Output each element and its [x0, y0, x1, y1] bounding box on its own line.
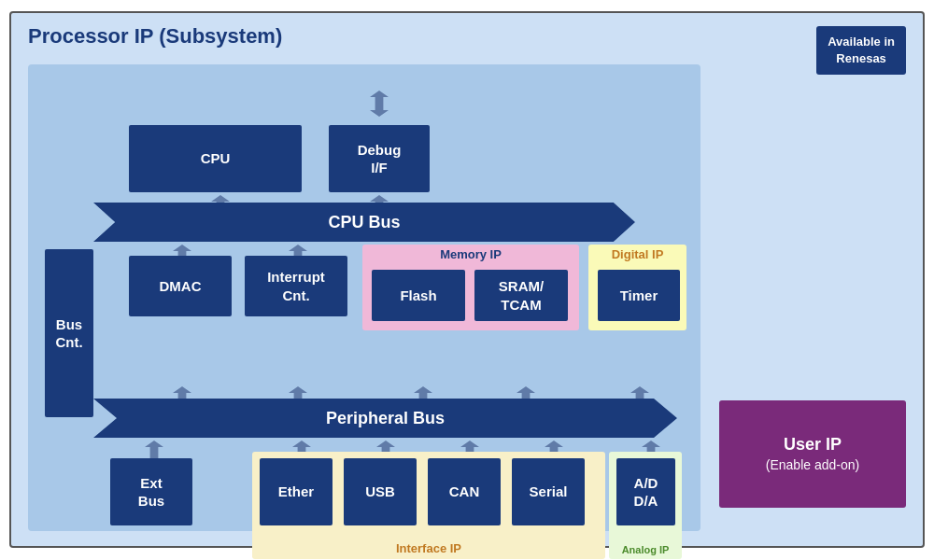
arrow-up-icon: [173, 386, 191, 399]
ad-box: A/D D/A: [616, 458, 675, 525]
bus-cnt-box: Bus Cnt.: [45, 249, 93, 417]
main-diagram: Processor IP (Subsystem) Available in Re…: [9, 11, 925, 548]
flash-box: Flash: [372, 270, 465, 321]
interface-ip-label: Interface IP: [252, 541, 605, 555]
digital-ip-label: Digital IP: [588, 247, 686, 261]
can-box: CAN: [428, 458, 501, 525]
user-ip-box: User IP (Enable add-on): [719, 400, 906, 508]
arrow-up-icon: [289, 386, 307, 399]
diagram-title: Processor IP (Subsystem): [28, 24, 282, 49]
usb-box: USB: [344, 458, 417, 525]
debug-box: Debug I/F: [329, 125, 430, 192]
arrow-up-icon: [414, 386, 432, 399]
arrow-up-icon: [517, 386, 535, 399]
ext-bus-box: Ext Bus: [110, 458, 192, 525]
processor-ip-area: CPU Debug I/F CPU Bus Bus Cnt.: [28, 64, 700, 531]
cpu-bus: CPU Bus: [93, 203, 635, 242]
user-ip-label: User IP: [784, 433, 842, 456]
sram-box: SRAM/ TCAM: [474, 270, 568, 321]
peripheral-bus: Peripheral Bus: [93, 399, 677, 438]
arrow-up-icon: [370, 91, 389, 104]
arrow-up-icon: [630, 386, 649, 399]
interrupt-box: Interrupt Cnt.: [245, 256, 347, 316]
dmac-box: DMAC: [129, 256, 232, 316]
available-badge: Available in Renesas: [816, 26, 906, 75]
arrow-up-icon: [145, 441, 163, 454]
arrow-down-icon: [370, 104, 389, 117]
external-debug-connector: [370, 91, 389, 117]
ether-box: Ether: [260, 458, 333, 525]
serial-box: Serial: [512, 458, 585, 525]
analog-ip-label: Analog IP: [609, 544, 682, 555]
memory-ip-label: Memory IP: [362, 247, 579, 261]
timer-box: Timer: [598, 270, 680, 321]
cpu-box: CPU: [129, 125, 302, 192]
user-ip-sublabel: (Enable add-on): [766, 456, 859, 475]
